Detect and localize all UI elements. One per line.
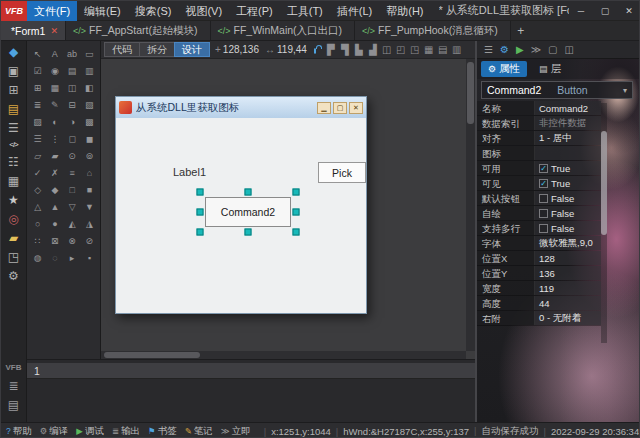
layers-panel-icon[interactable]: ▤ [1,399,26,411]
status-item[interactable]: ≣ 输出 [112,425,140,438]
checkbox-icon[interactable] [539,179,548,188]
resize-handle[interactable] [293,209,300,216]
control-selector-dropdown[interactable]: Command2 Button ▾ [481,81,633,99]
lock-icon[interactable] [314,48,316,54]
toolbox-control-icon[interactable]: A [46,45,63,62]
toolbox-control-icon[interactable]: ⊙ [64,147,81,164]
property-row[interactable]: 高度 44 [477,296,601,311]
list-panel-icon[interactable]: ≣ [1,380,26,392]
toolbox-control-icon[interactable]: ☑ [29,62,46,79]
toolbox-control-icon[interactable]: ✗ [46,164,63,181]
toolbox-control-icon[interactable]: ⊟ [64,96,81,113]
toolbox-control-icon[interactable]: ◍ [29,249,46,266]
minimize-button[interactable]: ─ [569,1,593,21]
forms-icon[interactable]: ⊞ [1,84,26,96]
document-tab[interactable]: </> FF_WinMain(入口出口) [211,21,356,40]
toolbox-control-icon[interactable]: ✓ [29,164,46,181]
layers-icon[interactable]: ◫ [565,45,574,55]
property-row[interactable]: 可用 True [477,161,601,176]
status-item[interactable]: ? 帮助 [6,425,32,438]
toolbox-control-icon[interactable]: ◑ [64,113,81,130]
toolbox-control-icon[interactable]: ● [46,215,63,232]
toolbox-control-icon[interactable]: ⊘ [81,232,98,249]
resize-handle[interactable] [245,229,252,236]
view-mode-button[interactable]: 拆分 [139,42,175,57]
property-row[interactable]: 图标 [477,146,601,161]
resize-handle[interactable] [197,209,204,216]
resize-handle[interactable] [197,189,204,196]
toolbox-control-icon[interactable]: ■ [81,181,98,198]
checkbox-icon[interactable] [539,164,548,173]
toolbox-control-icon[interactable]: ▽ [64,198,81,215]
toolbox-control-icon[interactable]: ≣ [29,96,46,113]
resize-handle[interactable] [197,229,204,236]
project-icon[interactable]: ◆ [1,46,26,58]
menu-item[interactable]: 工程(P) [229,1,280,21]
toolbox-control-icon[interactable]: ▭ [81,45,98,62]
data-icon[interactable]: ☰ [1,122,26,134]
toolbox-control-icon[interactable]: □ [64,181,81,198]
toolbox-control-icon[interactable]: ∷ [29,232,46,249]
canvas-vertical-scrollbar[interactable] [466,59,475,351]
menu-icon[interactable]: ☰ [484,45,493,55]
toolbox-control-icon[interactable]: ⋮ [46,130,63,147]
property-row[interactable]: 字体 微软雅黑,9,0 [477,236,601,251]
label1-control[interactable]: Label1 [173,166,206,178]
status-item[interactable]: ⚙ 编译 [40,425,69,438]
toolbox-control-icon[interactable]: ⊠ [46,232,63,249]
property-row[interactable]: 右附 0 - 无附着 [477,311,601,326]
checkbox-icon[interactable] [539,194,548,203]
toolbox-control-icon[interactable]: ⊞ [29,79,46,96]
property-row[interactable]: 位置X 128 [477,251,601,266]
toolbar-align-icon[interactable]: ▙ [352,44,366,55]
chevron-down-icon[interactable]: ▾ [623,86,632,95]
toolbox-control-icon[interactable]: ◻ [64,130,81,147]
run-icon[interactable]: ▶ [516,45,524,55]
designed-form[interactable]: 从系统DLL里获取图标 ▁▢✕ Label1 Pick Command2 [115,96,367,314]
toolbox-control-icon[interactable]: ◼ [81,130,98,147]
toolbox-control-icon[interactable]: ab [64,45,81,62]
toolbar-align-icon[interactable]: ▛ [324,44,338,55]
form-maximize-button[interactable]: ▢ [333,102,347,114]
command2-button-control[interactable]: Command2 [205,197,291,227]
pick-button-control[interactable]: Pick [318,162,366,183]
message-icon[interactable]: ◳ [1,251,26,263]
toolbar-align-icon[interactable]: ◫ [380,44,394,55]
settings-icon[interactable]: ⚙ [1,270,26,282]
form-body[interactable]: Label1 Pick Command2 [116,118,366,313]
toolbox-control-icon[interactable]: ↖ [29,45,46,62]
toolbox-control-icon[interactable]: ⊗ [64,232,81,249]
property-row[interactable]: 数据索引 非控件数据 [477,116,601,131]
resize-handle[interactable] [293,189,300,196]
step-icon[interactable]: ≫ [531,45,541,55]
view-mode-button[interactable]: 代码 [104,42,140,57]
toolbox-control-icon[interactable]: ◌ [46,249,63,266]
status-item[interactable]: ▶ 调试 [76,425,104,438]
property-row[interactable]: 位置Y 136 [477,266,601,281]
toolbox-control-icon[interactable]: ▪ [81,249,98,266]
document-tab[interactable]: </> FF_PumpHook(消息循环) [355,21,511,40]
status-item[interactable]: ≫ 立即 [221,425,251,438]
toolbox-control-icon[interactable]: ✎ [46,96,63,113]
scrollbar-thumb[interactable] [467,62,474,124]
new-tab-button[interactable]: + [511,21,531,40]
property-row[interactable]: 默认按钮 False [477,191,601,206]
toolbox-control-icon[interactable]: ◆ [46,181,63,198]
toolbar-align-icon[interactable]: ▟ [366,44,380,55]
toolbox-control-icon[interactable]: ▸ [64,249,81,266]
toolbox-control-icon[interactable]: ≡ [64,164,81,181]
toolbox-control-icon[interactable]: ⌂ [81,164,98,181]
toolbar-align-icon[interactable]: ▥ [450,44,464,55]
toolbox-control-icon[interactable]: ▲ [46,198,63,215]
favorites-icon[interactable]: ★ [1,194,26,206]
menu-item[interactable]: 视图(V) [178,1,229,21]
property-row[interactable]: 支持多行 False [477,221,601,236]
toolbox-control-icon[interactable]: ▤ [64,62,81,79]
window-icon[interactable]: ▢ [548,45,557,55]
status-item[interactable]: ⚑ 书签 [148,425,177,438]
toolbox-control-icon[interactable]: ◮ [81,215,98,232]
toolbox-control-icon[interactable]: ☰ [29,130,46,147]
toolbox-control-icon[interactable]: ◇ [29,181,46,198]
toolbox-control-icon[interactable]: ◉ [46,62,63,79]
library-icon[interactable]: ▤ [1,103,26,115]
